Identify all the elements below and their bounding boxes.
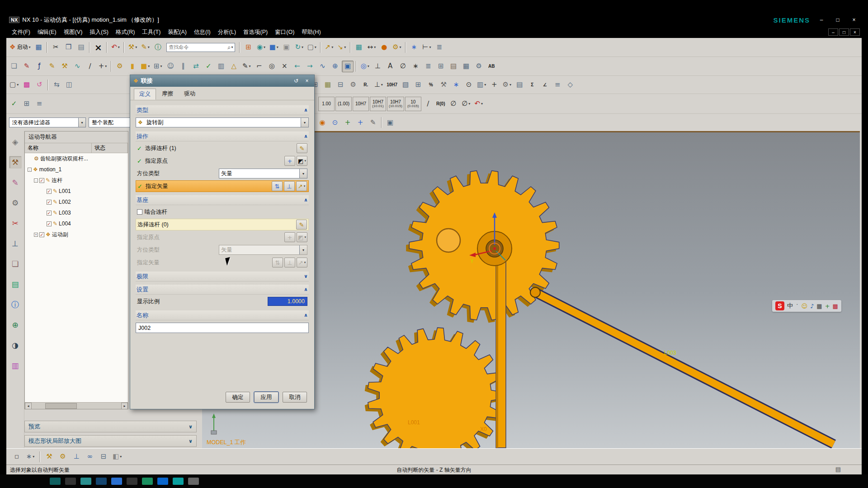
orient-view-icon[interactable]: ↻▾ [293,42,305,53]
joint-type-dropdown-arrow[interactable]: ▾ [301,118,308,127]
close-button[interactable]: × [849,16,859,24]
sketch-icon[interactable]: ✎▾ [139,42,151,53]
roadmap-icon[interactable]: ◈ [9,136,22,148]
point-icon-dropdown-arrow[interactable]: ▾ [105,64,107,68]
h7-icon[interactable]: 10H7 [385,79,399,91]
taskbar-item-4[interactable] [111,478,122,485]
search-dropdown-arrow[interactable]: ▾ [231,45,233,49]
menu-item-5[interactable]: 工具(T) [138,27,164,38]
snap-grid-icon-dropdown-arrow[interactable]: ▾ [33,455,34,459]
window-layout-icon[interactable]: ⊞ [242,42,254,53]
snap-check-icon[interactable]: ✓ [8,98,20,110]
ime-keyboard-icon[interactable]: ▦ [816,303,822,310]
next-icon[interactable]: → [304,61,316,72]
minimize-button[interactable]: – [816,16,826,24]
child-restore-button[interactable]: □ [839,28,849,36]
percent-icon[interactable]: % [425,79,437,91]
taskbar-item-7[interactable] [157,478,168,485]
mannequin-icon[interactable]: ☺ [165,61,176,72]
chevron-up-icon[interactable]: ∧ [304,133,308,139]
cart-icon[interactable]: ▦ [460,61,472,72]
tree-item-joints-group[interactable]: +✓❖运动副 [25,229,128,240]
menu-item-0[interactable]: 文件(F) [8,27,34,38]
grid-icon[interactable]: ⊞▾ [152,61,164,72]
chart2-icon-dropdown-arrow[interactable]: ▾ [484,83,486,87]
dialog-reset-button[interactable]: ↺ [292,77,300,85]
pencil-small-icon[interactable]: ✎ [367,117,379,128]
annotate-icon[interactable]: ✎ [21,61,33,72]
taskbar-item-6[interactable] [142,478,153,485]
gear3-icon-dropdown-arrow[interactable]: ▾ [509,83,511,87]
perpendicular-icon[interactable]: ⊥ [372,61,383,72]
start-button[interactable]: ❖启动▾ [8,42,32,53]
view-orbit-icon-dropdown-arrow[interactable]: ▾ [264,45,265,49]
input-method-bar[interactable]: S中˙☺♪▦+▩ [772,300,841,312]
layers-icon[interactable]: ≣ [422,61,434,72]
taskbar-item-0[interactable] [50,478,61,485]
ime-toolbox-icon[interactable]: ▩ [833,303,838,310]
sphere-tool-icon[interactable]: ● [378,42,390,53]
target-icon[interactable]: ◎▾ [359,61,371,72]
measure2-icon[interactable]: ⊥ [71,451,82,463]
arrange-icon[interactable]: ≣ [434,42,445,53]
doc-icon[interactable]: ▤ [514,79,525,91]
tree-expander[interactable]: - [28,168,32,172]
prev-icon[interactable]: ← [291,61,303,72]
motion-navigator-icon[interactable]: ⚒ [9,156,22,169]
export-up-icon-dropdown-arrow[interactable]: ▾ [331,45,333,49]
select-link-button[interactable]: ✎ [297,143,307,153]
restore-button[interactable]: □ [833,16,843,24]
cut-icon[interactable]: ✂ [50,42,61,53]
compare-icon[interactable]: ◫ [63,79,75,91]
monitor-icon[interactable]: ▣ [342,61,354,72]
datum-tool-icon-dropdown-arrow[interactable]: ▾ [135,45,137,49]
vector-axis-button[interactable]: ⊥ [284,181,295,191]
chevron-up-icon[interactable]: ∧ [304,312,308,318]
postprocess-icon[interactable]: ✎ [9,176,22,189]
diameter1-icon[interactable]: ∅ [448,98,459,110]
ime-face-icon[interactable]: ☺ [802,303,808,310]
tree-item-link-L002[interactable]: ✓✎L002 [25,197,128,207]
datum-tool-icon[interactable]: ⚒▾ [127,42,138,53]
diamond-icon[interactable]: ◇ [564,79,576,91]
palette-icon[interactable]: ▩ [21,79,33,91]
rotate-pink-icon[interactable]: ↺ [33,79,45,91]
menu-item-7[interactable]: 信息(I) [190,27,214,38]
tree-checkbox[interactable]: ✓ [39,178,44,183]
menu-item-1[interactable]: 编辑(E) [34,27,60,38]
joint-tool-icon[interactable]: ⚒ [43,451,55,463]
tree-checkbox[interactable]: ✓ [39,232,44,237]
angle-icon[interactable]: ∠ [539,79,551,91]
export-down-icon-dropdown-arrow[interactable]: ▾ [344,45,346,49]
dimension-style-4[interactable]: 10H7(10.015) [387,97,404,111]
tree-checkbox[interactable]: ✓ [47,211,52,216]
window3-icon[interactable]: ⊟ [335,79,346,91]
scale-icon[interactable]: △ [228,61,240,72]
selection-filter-dropdown[interactable]: 没有选择过滤器 ▾ [9,117,86,127]
chart2-icon[interactable]: ▥▾ [476,79,487,91]
scroll-left-arrow[interactable]: ◂ [25,403,32,409]
xy-function-icon[interactable]: ✂ [9,217,22,230]
dialog-tab-0[interactable]: 定义 [134,89,156,100]
select-scope-icon[interactable]: ◉ [316,117,328,128]
window4-icon[interactable]: ⊟ [98,451,109,463]
perp2-icon-dropdown-arrow[interactable]: ▾ [381,83,383,87]
export-down-icon[interactable]: ↘▾ [336,42,348,53]
status-doc-icon[interactable]: ▤ [835,466,841,473]
grid-snap-icon[interactable]: ⊞ [21,98,33,110]
spectrum-icon[interactable]: ▥ [9,359,22,372]
taskbar-item-1[interactable] [65,478,76,485]
window-mode-icon-dropdown-arrow[interactable]: ▾ [315,45,316,49]
hammer-add-icon[interactable]: ⚒ [59,61,71,72]
point-dialog-button[interactable]: ◩▾ [297,156,307,166]
vector-axis-icon[interactable]: + [354,117,366,128]
paste-icon[interactable]: ▤ [75,42,87,53]
shaded-view-icon[interactable]: ■▾ [268,42,279,53]
child-close-button[interactable]: × [850,28,860,36]
io-icon[interactable]: ⊥ [9,237,22,250]
xmark-icon[interactable]: × [278,61,290,72]
undo-icon-dropdown-arrow[interactable]: ▾ [118,45,120,49]
undo2-icon-dropdown-arrow[interactable]: ▾ [481,102,483,106]
measure-icon[interactable]: ⊢▾ [421,42,433,53]
wrench-tool-icon[interactable]: ⚙▾ [391,42,403,53]
